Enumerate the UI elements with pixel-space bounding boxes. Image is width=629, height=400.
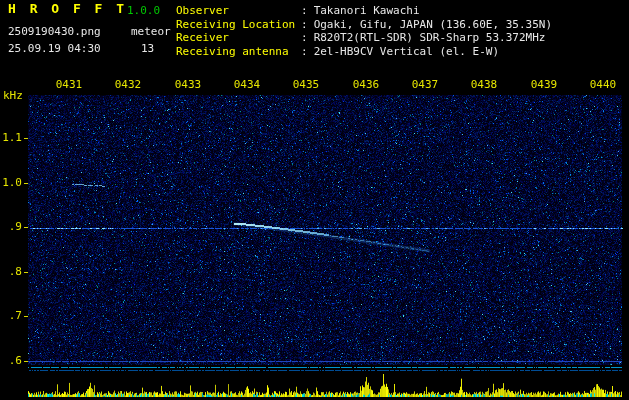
info-label: Receiving antenna <box>176 45 301 59</box>
time-label-0434: 0434 <box>229 79 265 91</box>
time-label-0437: 0437 <box>407 79 443 91</box>
freq-tick <box>24 272 28 273</box>
freq-label-1.0: 1.0 <box>0 177 22 189</box>
freq-tick <box>24 183 28 184</box>
info-label: Observer <box>176 4 301 18</box>
freq-label-0.9: .9 <box>0 221 22 233</box>
freq-tick <box>24 138 28 139</box>
meteor-count: 13 <box>141 43 154 55</box>
info-colon: : <box>301 45 308 58</box>
info-label: Receiving Location <box>176 18 301 32</box>
info-row-location: Receiving Location:Ogaki, Gifu, JAPAN (1… <box>176 18 552 32</box>
time-label-0435: 0435 <box>288 79 324 91</box>
info-value: Ogaki, Gifu, JAPAN (136.60E, 35.35N) <box>314 18 552 31</box>
hrofft-screenshot: H R O F F T 1.0.0 2509190430.png meteor … <box>0 0 629 400</box>
freq-tick <box>24 227 28 228</box>
info-colon: : <box>301 31 308 44</box>
freq-tick <box>24 361 28 362</box>
time-label-0432: 0432 <box>110 79 146 91</box>
time-label-0433: 0433 <box>170 79 206 91</box>
info-value: 2el-HB9CV Vertical (el. E-W) <box>314 45 499 58</box>
app-version: 1.0.0 <box>127 5 160 17</box>
app-title: H R O F F T <box>8 3 127 15</box>
time-label-0440: 0440 <box>585 79 621 91</box>
spectrogram-canvas <box>0 0 629 400</box>
time-label-0436: 0436 <box>348 79 384 91</box>
datetime-label: 25.09.19 04:30 <box>8 43 101 55</box>
info-row-receiver: Receiver:R820T2(RTL-SDR) SDR-Sharp 53.37… <box>176 31 552 45</box>
freq-label-1.1: 1.1 <box>0 132 22 144</box>
output-filename: 2509190430.png <box>8 26 101 38</box>
freq-label-0.8: .8 <box>0 266 22 278</box>
info-value: Takanori Kawachi <box>314 4 420 17</box>
freq-label-0.6: .6 <box>0 355 22 367</box>
info-row-antenna: Receiving antenna:2el-HB9CV Vertical (el… <box>176 45 552 59</box>
time-label-0431: 0431 <box>51 79 87 91</box>
info-label: Receiver <box>176 31 301 45</box>
freq-tick <box>24 316 28 317</box>
time-label-0438: 0438 <box>466 79 502 91</box>
info-colon: : <box>301 18 308 31</box>
station-info: Observer:Takanori Kawachi Receiving Loca… <box>176 4 552 58</box>
info-row-observer: Observer:Takanori Kawachi <box>176 4 552 18</box>
time-label-0439: 0439 <box>526 79 562 91</box>
freq-label-0.7: .7 <box>0 310 22 322</box>
mode-label: meteor <box>131 26 171 38</box>
info-colon: : <box>301 4 308 17</box>
y-axis-unit-label: kHz <box>3 90 23 102</box>
info-value: R820T2(RTL-SDR) SDR-Sharp 53.372MHz <box>314 31 546 44</box>
